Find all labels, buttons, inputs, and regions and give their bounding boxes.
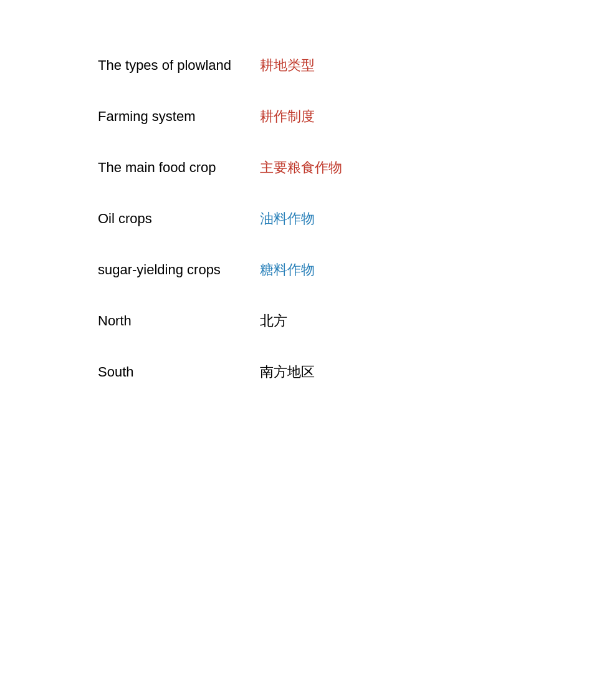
chinese-oil-crops: 油料作物 <box>260 209 315 228</box>
vocab-row-oil-crops: Oil crops 油料作物 <box>98 209 589 228</box>
vocab-row-farming: Farming system 耕作制度 <box>98 107 589 126</box>
english-oil-crops: Oil crops <box>98 211 235 227</box>
english-south: South <box>98 364 235 380</box>
english-north: North <box>98 313 235 329</box>
content-area: The types of plowland 耕地类型 Farming syste… <box>0 0 589 381</box>
vocab-row-main-food: The main food crop 主要粮食作物 <box>98 158 589 177</box>
english-plowland: The types of plowland <box>98 57 235 74</box>
vocab-row-north: North 北方 <box>98 312 589 330</box>
vocab-row-south: South 南方地区 <box>98 363 589 381</box>
vocab-row-sugar: sugar-yielding crops 糖料作物 <box>98 261 589 279</box>
chinese-north: 北方 <box>260 312 287 330</box>
chinese-south: 南方地区 <box>260 363 315 381</box>
english-sugar: sugar-yielding crops <box>98 262 235 278</box>
english-main-food: The main food crop <box>98 160 235 176</box>
english-farming: Farming system <box>98 108 235 125</box>
chinese-sugar: 糖料作物 <box>260 261 315 279</box>
chinese-plowland: 耕地类型 <box>260 56 315 75</box>
chinese-main-food: 主要粮食作物 <box>260 158 342 177</box>
chinese-farming: 耕作制度 <box>260 107 315 126</box>
vocab-row-plowland: The types of plowland 耕地类型 <box>98 56 589 75</box>
